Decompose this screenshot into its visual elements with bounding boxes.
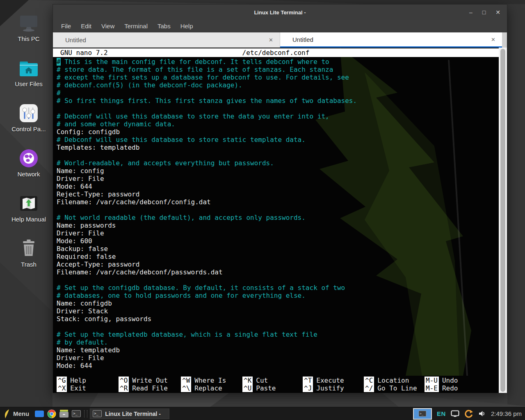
tab-close-icon[interactable]: ✕ [491,37,495,43]
shortcut-key: ^T [303,377,313,384]
shortcut-label: Go To Line [377,384,417,392]
nano-shortcut-column: ^KCut^UPaste [242,377,303,392]
menu-edit[interactable]: Edit [78,21,95,31]
nano-line: Accept-Type: password [57,260,499,268]
desktop-icon-label: Help Manual [6,216,52,223]
terminal-content[interactable]: GNU nano 7.2 /etc/debconf.conf # This is… [53,48,507,393]
nano-line: Mode: 644 [57,183,499,190]
menu-help[interactable]: Help [177,21,196,31]
nano-line: Mode: 600 [57,237,499,245]
nano-line: Driver: File [57,175,499,183]
menu-file[interactable]: File [58,21,74,31]
nano-line [57,206,499,214]
shortcut-key: ^/ [364,384,374,392]
title-bar[interactable]: Linux Lite Terminal - – □ ✕ [53,5,507,20]
nano-shortcut-column: ^OWrite Out^RRead File [119,377,181,392]
menu-terminal[interactable]: Terminal [121,21,151,31]
system-tray: >_ EN 2:49:36 pm [413,408,525,420]
close-icon[interactable]: ✕ [495,9,500,15]
nano-line: Reject-Type: password [57,190,499,198]
shortcut-key: ^O [119,377,129,384]
menu-bar: File Edit View Terminal Tabs Help [53,20,507,32]
desktop-icon-this-pc[interactable]: This PC [6,11,52,42]
terminal-scrollbar[interactable] [499,48,507,393]
nano-line: Filename: /var/cache/debconf/config.dat [57,198,499,206]
shortcut-label: Read File [132,384,168,392]
menu-tabs[interactable]: Tabs [154,21,174,31]
shortcut-key: ^W [181,377,191,384]
terminal-window: Linux Lite Terminal - – □ ✕ File Edit Vi… [52,4,507,393]
volume-icon[interactable] [478,410,486,417]
desktop-icon-trash[interactable]: Trash [6,236,52,268]
tab-untitled-2[interactable]: Untitled ✕ [280,32,502,48]
shortcut-key: ^R [119,384,129,392]
shortcut-label: Redo [442,384,458,392]
nano-line: # Not world readable (the default), and … [57,214,499,221]
start-menu-button[interactable]: Menu [0,407,33,420]
shortcut-label: Location [377,377,409,384]
tab-untitled-1[interactable]: Untitled ✕ [53,32,280,48]
shortcut-label: Execute [316,377,344,384]
shortcut-label: Paste [256,384,276,392]
nano-line: Name: config [57,167,499,175]
terminal-icon: >_ [93,410,102,417]
desktop-screen: This PC User Files [0,0,525,420]
nano-line: Backup: false [57,245,499,253]
shortcut-label: Cut [256,377,268,384]
task-label: Linux Lite Terminal - [105,411,161,417]
nano-line: # Debconf will use this database to stor… [57,136,499,144]
nano-line: Filename: /var/cache/debconf/passwords.d… [57,268,499,276]
display-icon[interactable] [451,410,459,417]
updates-icon[interactable] [464,409,473,418]
shortcut-key: M-U [425,377,439,384]
nano-line: # [57,89,499,97]
file-cabinet-icon [59,409,69,418]
shortcut-label: Undo [442,377,458,384]
menu-label: Menu [13,410,29,417]
nano-line: # by default. [57,338,499,346]
desktop-icon-user-files[interactable]: User Files [6,56,52,87]
file-manager-launcher[interactable] [58,407,70,420]
window-title: Linux Lite Terminal - [53,9,507,16]
shortcut-key: ^G [57,377,67,384]
nano-line [57,151,499,159]
shortcut-key: M-E [425,384,439,392]
nano-text-area[interactable]: # This is the main config file for debco… [53,58,499,375]
task-button-terminal[interactable]: >_ Linux Lite Terminal - [90,409,169,419]
maximize-icon[interactable]: □ [482,9,486,15]
nano-line [57,323,499,331]
nano-line: # Set up the configdb database. By defau… [57,284,499,292]
nano-shortcut-bar: ^GHelp^XExit^OWrite Out^RRead File^WWher… [53,377,499,392]
chrome-launcher[interactable] [46,407,58,420]
nano-line: # World-readable, and accepts everything… [57,159,499,167]
control-panel-icon [6,101,52,124]
show-desktop-button[interactable] [33,407,46,420]
scrollbar-thumb[interactable] [500,49,505,392]
taskbar-separator [84,410,87,418]
desktop-icon-label: Trash [6,261,52,268]
minimize-icon[interactable]: – [469,9,472,15]
nano-line: Name: templatedb [57,346,499,354]
nano-line: # This is the main config file for debco… [57,58,499,66]
nano-line: # So first things first. This first stan… [57,97,499,105]
terminal-launcher[interactable]: >_ [70,407,82,420]
network-globe-icon [6,146,52,169]
desktop-icon-label: Control Pa... [6,126,52,132]
shortcut-key: ^X [57,384,67,392]
desktop-icon-network[interactable]: Network [6,146,52,178]
nano-line: # Set up the templatedb database, which … [57,331,499,338]
desktop-icon-help-manual[interactable]: Help Manual [6,191,52,223]
shortcut-label: Justify [316,384,344,392]
keyboard-layout-indicator[interactable]: EN [437,410,446,417]
tab-close-icon[interactable]: ✕ [269,37,273,43]
terminal-icon: >_ [72,410,81,417]
clock: 2:49:36 pm [491,410,522,417]
shortcut-key: ^U [242,384,253,392]
menu-view[interactable]: View [98,21,118,31]
nano-shortcut-column: M-UUndoM-ERedo [425,377,499,392]
desktop-icon-control-panel[interactable]: Control Pa... [6,101,52,132]
user-files-folder-icon [6,56,52,79]
shortcut-key: ^\ [181,384,191,392]
nano-line: # store data. The format of this file is… [57,66,499,73]
workspace-switcher[interactable]: >_ [413,408,432,420]
